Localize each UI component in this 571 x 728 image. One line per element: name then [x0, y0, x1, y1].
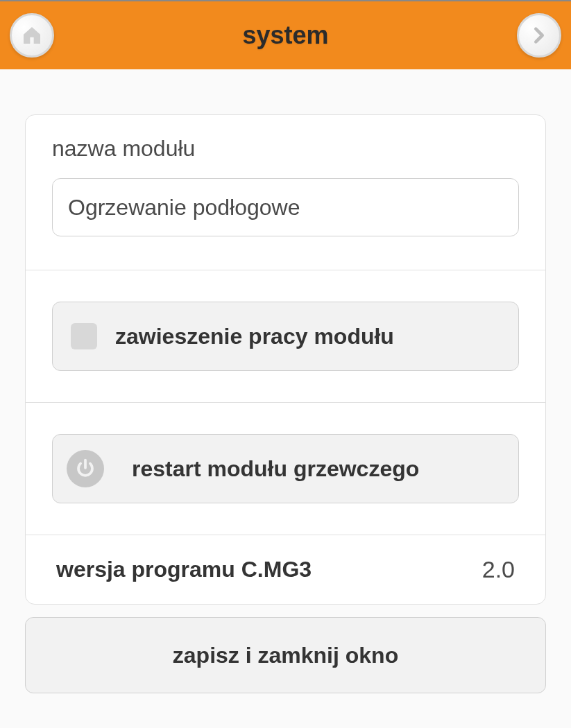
version-section: wersja programu C.MG3 2.0 [26, 535, 545, 604]
save-close-label: zapisz i zamknij okno [173, 643, 398, 668]
module-name-label: nazwa modułu [52, 136, 519, 162]
chevron-right-icon [529, 26, 549, 45]
version-value: 2.0 [482, 556, 515, 583]
suspend-label: zawieszenie pracy modułu [115, 324, 394, 349]
version-label: wersja programu C.MG3 [56, 557, 312, 582]
restart-section: restart modułu grzewczego [26, 403, 545, 535]
restart-label: restart modułu grzewczego [132, 456, 419, 482]
next-button[interactable] [517, 13, 561, 58]
power-icon [67, 450, 104, 487]
page-title: system [242, 21, 328, 50]
suspend-checkbox-row[interactable]: zawieszenie pracy modułu [52, 302, 519, 371]
save-close-button[interactable]: zapisz i zamknij okno [25, 617, 546, 693]
module-name-input[interactable] [52, 178, 519, 236]
restart-button[interactable]: restart modułu grzewczego [52, 434, 519, 503]
home-button[interactable] [10, 13, 54, 58]
module-name-section: nazwa modułu [26, 115, 545, 270]
header-bar: system [0, 0, 571, 69]
home-icon [21, 24, 43, 46]
suspend-section: zawieszenie pracy modułu [26, 270, 545, 403]
settings-card: nazwa modułu zawieszenie pracy modułu re… [25, 114, 546, 605]
checkbox-icon [71, 323, 97, 349]
content-area: nazwa modułu zawieszenie pracy modułu re… [0, 69, 571, 707]
